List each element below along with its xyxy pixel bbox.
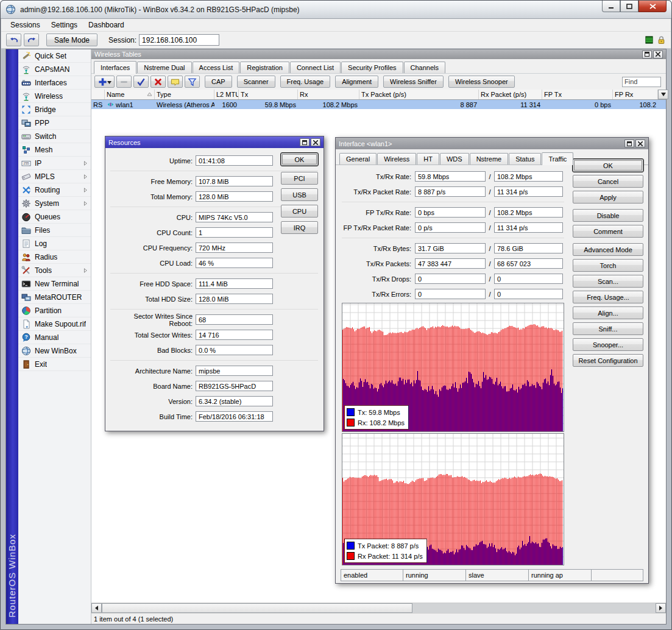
sidebar-item-mesh[interactable]: Mesh xyxy=(18,143,91,157)
tab-nstreme-dual[interactable]: Nstreme Dual xyxy=(137,62,191,73)
cpu-load-value[interactable]: 46 % xyxy=(196,258,273,268)
app-titlebar[interactable]: admin@192.168.106.100 (MikroTik) - WinBo… xyxy=(1,1,671,19)
snooper-button[interactable]: Snooper... xyxy=(573,338,643,351)
alignment-button[interactable]: Alignment xyxy=(335,76,378,88)
tab-security-profiles[interactable]: Security Profiles xyxy=(341,62,403,73)
wireless-snooper-button[interactable]: Wireless Snooper xyxy=(448,76,515,88)
sidebar-item-wireless[interactable]: Wireless xyxy=(18,90,91,103)
horizontal-scrollbar[interactable] xyxy=(91,603,666,613)
freq-usage-button[interactable]: Freq. Usage... xyxy=(573,291,643,303)
sidebar-item-quick-set[interactable]: Quick Set xyxy=(18,49,91,63)
cancel-button[interactable]: Cancel xyxy=(573,175,643,188)
tx-rx-packet-rate-tx-value[interactable]: 8 887 p/s xyxy=(415,186,486,197)
tab-access-list[interactable]: Access List xyxy=(193,62,240,73)
sidebar-item-routing[interactable]: Routing xyxy=(18,183,91,197)
resources-restore-button[interactable] xyxy=(300,138,309,146)
sidebar-item-new-winbox[interactable]: New WinBox xyxy=(18,344,91,358)
sidebar-item-mpls[interactable]: MPLS xyxy=(18,170,91,183)
fp-tx-rx-rate-rx-value[interactable]: 108.2 Mbps xyxy=(494,207,563,218)
version-value[interactable]: 6.34.2 (stable) xyxy=(196,396,273,406)
resources-titlebar[interactable]: Resources xyxy=(105,136,324,148)
sidebar-item-radius[interactable]: Radius xyxy=(18,250,91,264)
architecture-name-value[interactable]: mipsbe xyxy=(196,366,273,376)
interface-tab-nstreme[interactable]: Nstreme xyxy=(470,153,509,165)
tx-rx-packets-tx-value[interactable]: 47 383 447 xyxy=(415,258,486,269)
scrollbar-track[interactable] xyxy=(412,603,656,613)
bad-blocks-value[interactable]: 0.0 % xyxy=(196,345,273,355)
freq-usage-button[interactable]: Freq. Usage xyxy=(280,76,331,88)
interface-tab-traffic[interactable]: Traffic xyxy=(542,152,573,165)
board-name-value[interactable]: RB921GS-5HPacD xyxy=(196,381,273,391)
reset-configuration-button[interactable]: Reset Configuration xyxy=(573,354,643,367)
wireless-tables-titlebar[interactable]: Wireless Tables xyxy=(91,49,666,59)
comment-button[interactable]: Comment xyxy=(573,225,643,238)
wt-restore-button[interactable] xyxy=(642,51,652,58)
tx-rx-errors-tx-value[interactable]: 0 xyxy=(415,289,486,299)
column-header-rx[interactable]: Rx xyxy=(298,90,359,99)
column-header-l2-mtu[interactable]: L2 MTU xyxy=(214,90,239,99)
remove-button[interactable] xyxy=(116,76,132,88)
undo-button[interactable] xyxy=(6,34,21,46)
add-button[interactable] xyxy=(94,76,115,88)
tx-rx-drops-rx-value[interactable]: 0 xyxy=(494,274,563,284)
minimize-button[interactable] xyxy=(602,1,620,12)
enable-button[interactable] xyxy=(133,76,149,88)
sidebar-item-metarouter[interactable]: MetaROUTER xyxy=(18,291,91,304)
tab-channels[interactable]: Channels xyxy=(404,62,445,73)
fp-tx-rx-packet-rate-tx-value[interactable]: 0 p/s xyxy=(415,222,486,233)
sector-writes-since-reboot-value[interactable]: 68 xyxy=(196,314,273,325)
disable-button[interactable] xyxy=(150,76,166,88)
tx-rx-packet-rate-rx-value[interactable]: 11 314 p/s xyxy=(494,186,563,197)
menu-item-dashboard[interactable]: Dashboard xyxy=(83,19,130,31)
cpu-count-value[interactable]: 1 xyxy=(196,227,273,238)
ok-button[interactable]: OK xyxy=(573,159,643,172)
irq-button[interactable]: IRQ xyxy=(281,221,318,234)
find-input[interactable] xyxy=(622,77,661,87)
cpu-button[interactable]: CPU xyxy=(281,205,318,218)
sidebar-item-switch[interactable]: Switch xyxy=(18,130,91,143)
scroll-right-button[interactable] xyxy=(656,603,666,613)
tx-rx-rate-tx-value[interactable]: 59.8 Mbps xyxy=(415,171,486,182)
scanner-button[interactable]: Scanner xyxy=(237,76,275,88)
sidebar-item-ip[interactable]: 255IP xyxy=(18,157,91,170)
cap-button[interactable]: CAP xyxy=(205,76,232,88)
sidebar-item-interfaces[interactable]: Interfaces xyxy=(18,76,91,90)
redo-button[interactable] xyxy=(24,34,39,46)
torch-button[interactable]: Torch xyxy=(573,259,643,272)
interface-tab-ht[interactable]: HT xyxy=(417,153,439,165)
menu-item-settings[interactable]: Settings xyxy=(46,19,83,31)
safe-mode-button[interactable]: Safe Mode xyxy=(46,34,97,46)
table-row-wlan1[interactable]: RSwlan1Wireless (Atheros AR9...160059.8 … xyxy=(91,100,666,109)
fp-tx-rx-rate-tx-value[interactable]: 0 bps xyxy=(415,207,486,218)
interface-tab-wds[interactable]: WDS xyxy=(440,153,469,165)
tx-rx-bytes-rx-value[interactable]: 78.6 GiB xyxy=(494,243,563,253)
cpu-frequency-value[interactable]: 720 MHz xyxy=(196,242,273,253)
apply-button[interactable]: Apply xyxy=(573,191,643,204)
tab-connect-list[interactable]: Connect List xyxy=(290,62,341,73)
column-header-fp-tx[interactable]: FP Tx xyxy=(542,90,613,99)
tab-interfaces[interactable]: Interfaces xyxy=(94,61,136,74)
interface-restore-button[interactable] xyxy=(624,140,634,147)
disable-button[interactable]: Disable xyxy=(573,209,643,222)
close-button[interactable] xyxy=(638,1,667,12)
wt-close-button[interactable] xyxy=(653,51,663,58)
build-time-value[interactable]: Feb/18/2016 06:31:18 xyxy=(196,411,273,422)
tx-rx-bytes-tx-value[interactable]: 31.7 GiB xyxy=(415,243,486,253)
pci-button[interactable]: PCI xyxy=(281,172,318,185)
sidebar-item-make-supout-rif[interactable]: Make Supout.rif xyxy=(18,317,91,331)
maximize-button[interactable] xyxy=(620,1,638,12)
column-header-fp-rx[interactable]: FP Rx xyxy=(613,90,658,99)
sidebar-item-partition[interactable]: Partition xyxy=(18,304,91,317)
comment-button[interactable] xyxy=(168,76,183,88)
interface-tab-status[interactable]: Status xyxy=(509,153,541,165)
interface-close-button[interactable] xyxy=(635,140,645,147)
ok-button[interactable]: OK xyxy=(281,153,318,166)
sidebar-item-ppp[interactable]: PPP xyxy=(18,116,91,130)
column-header-rx-packet-p-s[interactable]: Rx Packet (p/s) xyxy=(479,90,542,99)
scan-button[interactable]: Scan... xyxy=(573,275,643,288)
column-chooser-button[interactable] xyxy=(658,90,668,99)
interface-tab-wireless[interactable]: Wireless xyxy=(377,153,416,165)
scrollbar-thumb[interactable] xyxy=(102,603,412,613)
sniff-button[interactable]: Sniff... xyxy=(573,322,643,335)
column-header-flags[interactable] xyxy=(91,90,105,99)
